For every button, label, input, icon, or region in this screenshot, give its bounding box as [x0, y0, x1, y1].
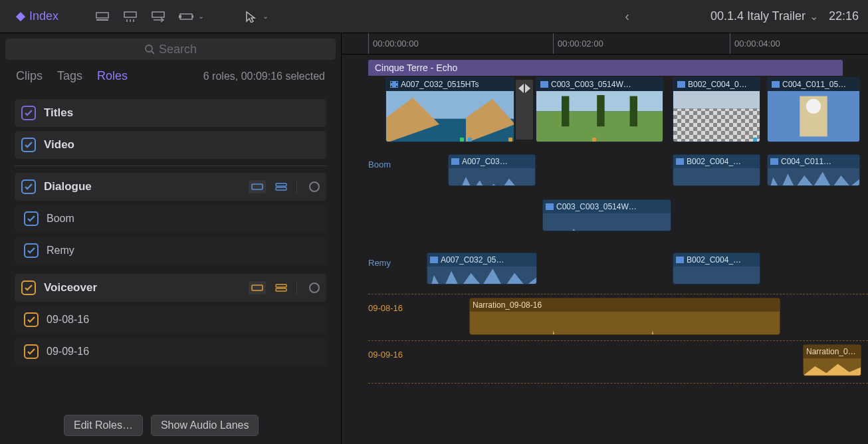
- chevron-down-icon[interactable]: ⌄: [810, 10, 818, 23]
- svg-rect-41: [451, 158, 459, 165]
- subrole-09-09-16[interactable]: 09-09-16: [15, 338, 326, 366]
- video-clip[interactable]: A007_C032_0515HTs: [385, 77, 514, 142]
- video-clip[interactable]: C003_C003_0514W…: [536, 77, 663, 142]
- audio-clip[interactable]: B002_C004_…: [673, 253, 760, 284]
- tool-overwrite-button[interactable]: [174, 7, 198, 27]
- focus-button[interactable]: [309, 181, 320, 192]
- checkbox-icon[interactable]: [21, 280, 36, 295]
- collapse-subroles-button[interactable]: [249, 180, 266, 193]
- search-input[interactable]: Search: [5, 39, 336, 60]
- video-clip[interactable]: C004_C011_05…: [767, 77, 860, 142]
- svg-marker-50: [427, 269, 536, 284]
- svg-rect-15: [276, 288, 286, 291]
- audio-clip[interactable]: C004_C011…: [767, 154, 860, 186]
- subrole-remy[interactable]: Remy: [15, 237, 326, 265]
- tab-tags[interactable]: Tags: [57, 69, 82, 83]
- checkbox-icon[interactable]: [24, 312, 39, 327]
- svg-rect-3: [124, 12, 136, 17]
- checkbox-icon[interactable]: [24, 243, 39, 258]
- search-icon: [144, 44, 155, 55]
- edit-roles-button[interactable]: Edit Roles…: [64, 415, 143, 436]
- back-button[interactable]: ‹: [625, 9, 629, 24]
- waveform: [427, 267, 536, 284]
- clip-label: C004_C011_05…: [782, 80, 846, 89]
- svg-rect-17: [391, 82, 392, 83]
- video-icon: [772, 81, 780, 88]
- focus-button[interactable]: [309, 282, 320, 293]
- subrole-label: Remy: [47, 245, 74, 257]
- audio-clip[interactable]: A007_C03…: [448, 154, 536, 186]
- tab-roles[interactable]: Roles: [97, 69, 128, 83]
- role-dialogue[interactable]: Dialogue: [15, 173, 326, 201]
- svg-point-8: [146, 45, 152, 52]
- transition[interactable]: [516, 80, 533, 140]
- clip-label: C003_C003_0514W…: [551, 80, 631, 89]
- clip-label: Narration_0…: [806, 347, 856, 356]
- waveform: [768, 168, 859, 186]
- svg-line-9: [152, 51, 154, 54]
- tool-select-button[interactable]: [239, 7, 263, 27]
- svg-rect-51: [676, 257, 684, 263]
- checkbox-icon[interactable]: [24, 344, 39, 359]
- video-icon: [390, 81, 398, 88]
- role-voiceover[interactable]: Voiceover: [15, 274, 326, 302]
- svg-rect-7: [192, 15, 193, 18]
- checkbox-icon[interactable]: [21, 106, 36, 120]
- subrole-09-08-16[interactable]: 09-08-16: [15, 306, 326, 334]
- svg-rect-14: [276, 284, 286, 287]
- subrole-boom[interactable]: Boom: [15, 205, 326, 233]
- timeline[interactable]: 00:00:00:00 00:00:02:00 00:00:04:00 Cinq…: [342, 33, 868, 444]
- clip-label: A007_C032_0515HTs: [401, 80, 479, 89]
- waveform: [543, 213, 671, 231]
- tool-trim-button[interactable]: [90, 7, 114, 27]
- svg-rect-13: [252, 285, 263, 290]
- svg-rect-11: [276, 183, 286, 186]
- audio-clip[interactable]: C003_C003_0514W…: [542, 199, 671, 231]
- tool-insert-button[interactable]: [118, 7, 142, 27]
- role-video[interactable]: Video: [15, 131, 326, 159]
- audio-clip[interactable]: A007_C032_05…: [427, 253, 537, 284]
- timecode: 22:16: [829, 9, 859, 23]
- svg-rect-29: [597, 95, 604, 126]
- checkbox-icon[interactable]: [21, 138, 36, 152]
- svg-marker-54: [804, 364, 861, 376]
- checkbox-icon[interactable]: [21, 179, 36, 194]
- clip-icon: [676, 257, 684, 263]
- role-label: Voiceover: [44, 281, 97, 294]
- audio-clip[interactable]: B002_C004_…: [673, 154, 760, 186]
- audio-clip[interactable]: Narration_0…: [803, 344, 861, 376]
- svg-marker-46: [768, 172, 859, 186]
- svg-marker-48: [543, 229, 671, 231]
- checkbox-icon[interactable]: [24, 211, 39, 226]
- index-button[interactable]: Index: [9, 8, 65, 25]
- clip-icon: [676, 158, 684, 165]
- audio-clip[interactable]: Narration_09-08-16: [469, 298, 780, 335]
- collapse-subroles-button[interactable]: [249, 281, 266, 294]
- lane-label-vo2: 09-09-16: [368, 350, 403, 360]
- lane-label-vo1: 09-08-16: [368, 303, 403, 313]
- svg-rect-18: [391, 86, 392, 87]
- chevron-down-icon[interactable]: ⌄: [198, 12, 204, 21]
- expand-subroles-button[interactable]: [272, 281, 290, 294]
- svg-rect-25: [540, 81, 548, 88]
- waveform: [449, 168, 535, 186]
- tracks[interactable]: Cinque Terre - Echo A007_C032_0515HTs C0…: [342, 55, 868, 444]
- waveform: [673, 267, 760, 284]
- clip-label: B002_C004_…: [687, 157, 741, 166]
- chevron-down-icon[interactable]: ⌄: [263, 12, 269, 21]
- clip-label: A007_C032_05…: [441, 255, 504, 265]
- tool-append-button[interactable]: [146, 7, 170, 27]
- show-audio-lanes-button[interactable]: Show Audio Lanes: [151, 415, 259, 436]
- video-clip[interactable]: B002_C004_0…: [673, 77, 760, 142]
- role-titles[interactable]: Titles: [15, 99, 326, 127]
- svg-marker-42: [449, 177, 535, 186]
- svg-rect-49: [430, 257, 438, 263]
- project-name[interactable]: 00.1.4 Italy Trailer: [710, 9, 806, 23]
- ruler[interactable]: 00:00:00:00 00:00:02:00 00:00:04:00: [342, 33, 868, 55]
- lane-divider: [368, 340, 868, 341]
- storyline-title[interactable]: Cinque Terre - Echo: [368, 60, 843, 76]
- svg-point-40: [806, 99, 821, 114]
- expand-subroles-button[interactable]: [272, 180, 290, 193]
- role-label: Titles: [44, 106, 73, 120]
- tab-clips[interactable]: Clips: [16, 69, 43, 83]
